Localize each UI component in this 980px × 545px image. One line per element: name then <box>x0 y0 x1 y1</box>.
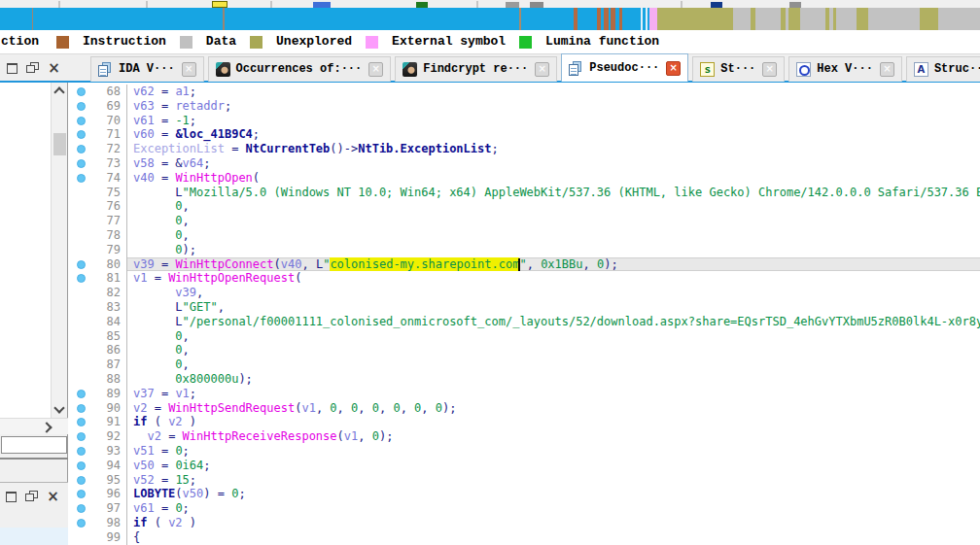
code-line[interactable]: 89v37 = v1; <box>68 387 980 401</box>
code-line[interactable]: 98if ( v2 ) <box>68 516 980 530</box>
dock-icon[interactable] <box>3 60 23 77</box>
tab-hexview[interactable]: Hex V···× <box>788 56 902 82</box>
code-text: v2 = WinHttpSendRequest(v1, 0, 0, 0, 0, … <box>126 401 980 416</box>
breakpoint-gutter[interactable] <box>68 329 93 344</box>
breakpoint-dot[interactable] <box>68 473 93 488</box>
left-panel-viewport[interactable] <box>0 83 51 418</box>
tab-strings[interactable]: St···× <box>692 56 785 82</box>
close-icon[interactable] <box>44 60 64 77</box>
code-line[interactable]: 68v62 = a1; <box>68 85 980 99</box>
code-line[interactable]: 93v51 = 0; <box>68 444 980 459</box>
breakpoint-dot[interactable] <box>68 127 93 142</box>
code-line[interactable]: 74v40 = WinHttpOpen( <box>68 171 980 186</box>
code-line[interactable]: 94v50 = 0i64; <box>68 459 980 473</box>
legend-item: Data <box>180 30 236 53</box>
code-line[interactable]: 72ExceptionList = NtCurrentTeb()->NtTib.… <box>68 142 980 156</box>
breakpoint-dot[interactable] <box>68 459 93 473</box>
tab-close-button[interactable]: × <box>880 62 894 77</box>
vertical-scrollbar[interactable] <box>51 83 67 418</box>
code-line[interactable]: 88 0x800000u); <box>68 372 980 387</box>
code-line[interactable]: 77 0, <box>68 214 980 228</box>
breakpoint-gutter[interactable] <box>68 530 93 545</box>
code-line[interactable]: 84 L"/personal/f00001111_colonised_onmic… <box>68 315 980 329</box>
code-line[interactable]: 73v58 = &v64; <box>68 156 980 171</box>
breakpoint-dot[interactable] <box>68 85 93 99</box>
tab-close-button[interactable]: × <box>535 62 549 77</box>
code-line[interactable]: 97v61 = 0; <box>68 501 980 516</box>
breakpoint-gutter[interactable] <box>68 343 93 358</box>
breakpoint-gutter[interactable] <box>68 372 93 387</box>
panel-filter-input[interactable] <box>1 436 67 454</box>
close-icon[interactable] <box>43 489 63 505</box>
tab-findcrypt[interactable]: Findcrypt re···× <box>395 56 557 82</box>
breakpoint-dot[interactable] <box>68 401 93 416</box>
code-line[interactable]: 83 L"GET", <box>68 300 980 315</box>
code-line[interactable]: 95v52 = 15; <box>68 473 980 488</box>
breakpoint-dot[interactable] <box>68 156 93 171</box>
breakpoint-gutter[interactable] <box>68 214 93 228</box>
breakpoint-gutter[interactable] <box>68 199 93 214</box>
dock-icon[interactable] <box>2 489 22 505</box>
code-line[interactable]: 70v61 = -1; <box>68 114 980 128</box>
code-line[interactable]: 78 0, <box>68 228 980 243</box>
breakpoint-gutter[interactable] <box>68 315 93 329</box>
scrollbar-thumb[interactable] <box>53 133 66 155</box>
tab-ida-view[interactable]: IDA V···× <box>90 56 204 82</box>
breakpoint-dot[interactable] <box>68 171 93 186</box>
tab-close-button[interactable]: × <box>666 61 681 76</box>
navigation-band[interactable] <box>0 8 980 30</box>
breakpoint-dot[interactable] <box>68 444 93 459</box>
code-token: , <box>218 300 225 314</box>
tab-close-button[interactable]: × <box>762 62 777 77</box>
tab-structures[interactable]: Struc···× <box>906 56 980 82</box>
code-text: v40 = WinHttpOpen( <box>126 171 980 186</box>
breakpoint-dot[interactable] <box>68 516 93 530</box>
tab-pseudocode[interactable]: Pseudoc···× <box>561 53 688 82</box>
breakpoint-gutter[interactable] <box>68 243 93 257</box>
code-line[interactable]: 79 0); <box>68 243 980 257</box>
breakpoint-dot[interactable] <box>68 99 93 114</box>
code-token: ; <box>183 444 190 458</box>
tab-close-button[interactable]: × <box>182 62 196 77</box>
tab-close-button[interactable]: × <box>368 62 383 77</box>
breakpoint-gutter[interactable] <box>68 300 93 315</box>
code-line[interactable]: 90v2 = WinHttpSendRequest(v1, 0, 0, 0, 0… <box>68 401 980 416</box>
restore-icon[interactable] <box>22 489 43 505</box>
breakpoint-dot[interactable] <box>68 114 93 128</box>
code-line[interactable]: 96LOBYTE(v50) = 0; <box>68 487 980 501</box>
code-line[interactable]: 99{ <box>68 530 980 545</box>
breakpoint-dot[interactable] <box>68 271 93 286</box>
code-line[interactable]: 86 0, <box>68 343 980 358</box>
code-line[interactable]: 80v39 = WinHttpConnect(v40, L"colonised-… <box>68 257 980 272</box>
pseudocode-pane[interactable]: 68v62 = a1;69v63 = retaddr;70v61 = -1;71… <box>68 83 980 545</box>
scroll-down-button[interactable] <box>52 401 67 418</box>
breakpoint-gutter[interactable] <box>68 186 93 200</box>
scroll-right-button[interactable] <box>41 422 54 433</box>
breakpoint-gutter[interactable] <box>68 228 93 243</box>
code-line[interactable]: 75 L"Mozilla/5.0 (Windows NT 10.0; Win64… <box>68 186 980 200</box>
breakpoint-gutter[interactable] <box>68 286 93 300</box>
scroll-up-button[interactable] <box>52 83 67 99</box>
breakpoint-dot[interactable] <box>68 429 93 444</box>
breakpoint-gutter[interactable] <box>68 358 93 372</box>
code-line[interactable]: 91if ( v2 ) <box>68 415 980 429</box>
code-line[interactable]: 92 v2 = WinHttpReceiveResponse(v1, 0); <box>68 429 980 444</box>
restore-icon[interactable] <box>23 60 44 77</box>
horizontal-scrollbar[interactable] <box>0 418 68 434</box>
code-line[interactable]: 81v1 = WinHttpOpenRequest( <box>68 271 980 286</box>
tab-occurrences[interactable]: Occurrences of:···× <box>208 56 392 82</box>
breakpoint-dot[interactable] <box>68 142 93 156</box>
code-line[interactable]: 76 0, <box>68 199 980 214</box>
breakpoint-dot[interactable] <box>68 487 93 501</box>
breakpoint-dot[interactable] <box>68 387 93 401</box>
breakpoint-dot[interactable] <box>68 257 93 272</box>
highlighted-text: colonised-my.sharepoint.com <box>330 257 519 271</box>
panel-divider[interactable] <box>0 458 68 460</box>
code-line[interactable]: 85 0, <box>68 329 980 344</box>
code-line[interactable]: 71v60 = &loc_41B9C4; <box>68 127 980 142</box>
code-line[interactable]: 87 0, <box>68 358 980 372</box>
code-line[interactable]: 82 v39, <box>68 286 980 300</box>
breakpoint-dot[interactable] <box>68 415 93 429</box>
code-line[interactable]: 69v63 = retaddr; <box>68 99 980 114</box>
breakpoint-dot[interactable] <box>68 501 93 516</box>
